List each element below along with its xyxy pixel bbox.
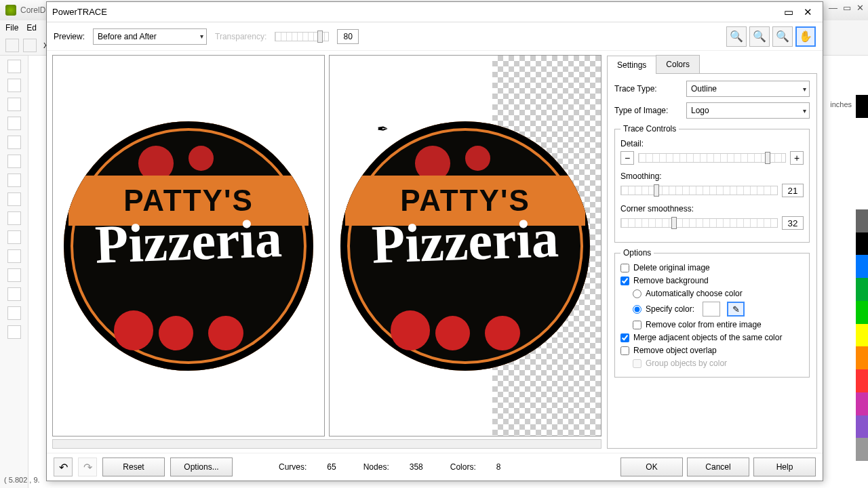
preview-dropdown[interactable]: Before and After	[93, 28, 207, 45]
specify-color-radio[interactable]	[633, 305, 642, 314]
zoom-fit-button[interactable]: 🔍	[772, 26, 793, 47]
trace-type-dropdown[interactable]: Outline	[686, 81, 810, 97]
palette-swatch[interactable]	[856, 163, 868, 186]
palette-swatch[interactable]	[856, 209, 868, 232]
bg-maximize-icon[interactable]: ▭	[843, 3, 851, 13]
palette-swatch[interactable]	[856, 232, 868, 256]
pick-tool-icon[interactable]	[7, 60, 21, 73]
detail-plus-button[interactable]: +	[790, 151, 804, 165]
group-by-color-checkbox	[633, 359, 642, 368]
bg-close-icon[interactable]: ✕	[856, 3, 864, 13]
open-icon[interactable]	[23, 39, 37, 52]
specify-color-well[interactable]	[703, 302, 720, 317]
preview-scrollbar[interactable]	[52, 439, 601, 449]
palette-swatch[interactable]	[856, 95, 868, 118]
corner-slider[interactable]	[620, 218, 778, 228]
checker-tool-icon[interactable]	[7, 287, 21, 301]
dialog-footer: ↶ ↷ Reset Options... Curves:65 Nodes:358…	[47, 453, 823, 481]
palette-swatch[interactable]	[856, 255, 868, 278]
merge-adjacent-checkbox[interactable]	[620, 333, 629, 342]
options-group: Options Delete original image Remove bac…	[614, 248, 810, 378]
eyedrop-tool-icon[interactable]	[7, 306, 21, 320]
new-icon[interactable]	[5, 39, 19, 52]
powertrace-dialog: PowerTRACE ▭ ✕ Preview: Before and After…	[46, 1, 823, 481]
preview-after-pane[interactable]: ✒ PATTY'S Pizzeria	[329, 55, 601, 436]
line-tool-icon[interactable]	[7, 230, 21, 244]
colors-value: 8	[496, 462, 501, 472]
ellipse-tool-icon[interactable]	[7, 174, 21, 187]
preview-before-pane[interactable]: PATTY'S Pizzeria	[52, 55, 325, 436]
palette-swatch[interactable]	[856, 301, 868, 324]
plus-tool-icon[interactable]	[7, 325, 21, 339]
nodes-value: 358	[410, 462, 423, 472]
trace-type-label: Trace Type:	[614, 84, 682, 94]
rectangle-tool-icon[interactable]	[7, 155, 21, 168]
palette-swatch[interactable]	[856, 324, 868, 347]
dialog-title: PowerTRACE	[52, 7, 107, 17]
polygon-tool-icon[interactable]	[7, 192, 21, 206]
zoom-out-button[interactable]: 🔍	[749, 26, 770, 47]
palette-swatch[interactable]	[856, 438, 868, 461]
palette-swatch[interactable]	[856, 415, 868, 439]
coreldraw-icon	[5, 5, 16, 16]
undo-button[interactable]: ↶	[54, 458, 73, 476]
dialog-titlebar[interactable]: PowerTRACE ▭ ✕	[47, 2, 823, 22]
palette-swatch[interactable]	[856, 369, 868, 392]
logo-after: PATTY'S Pizzeria	[340, 121, 590, 371]
palette-swatch[interactable]	[856, 141, 868, 164]
detail-slider[interactable]	[638, 153, 786, 163]
ok-button[interactable]: OK	[620, 458, 683, 476]
bg-toolbox[interactable]	[0, 56, 28, 488]
auto-color-radio[interactable]	[633, 289, 642, 298]
cancel-button[interactable]: Cancel	[687, 458, 749, 476]
reset-button[interactable]: Reset	[102, 458, 165, 476]
dialog-close-button[interactable]: ✕	[798, 5, 817, 20]
smoothing-slider[interactable]	[620, 186, 778, 195]
bg-minimize-icon[interactable]: —	[829, 3, 837, 13]
zoom-in-button[interactable]: 🔍	[726, 26, 747, 47]
transparency-slider[interactable]	[275, 32, 329, 41]
transparency-label: Transparency:	[215, 32, 267, 41]
transparency-input[interactable]	[337, 29, 359, 44]
corner-input[interactable]	[782, 216, 804, 230]
detail-minus-button[interactable]: −	[620, 151, 634, 165]
remove-background-checkbox[interactable]	[620, 277, 629, 285]
zoom-tool-icon[interactable]	[7, 117, 21, 130]
redo-button: ↷	[78, 458, 97, 476]
eyedropper-button[interactable]: ✎	[727, 302, 745, 317]
corner-label: Corner smoothness:	[620, 204, 804, 214]
crop-tool-icon[interactable]	[7, 98, 21, 111]
tab-colors[interactable]: Colors	[656, 55, 700, 73]
pan-button[interactable]: ✋	[795, 26, 816, 47]
palette-swatch[interactable]	[856, 278, 868, 301]
tab-settings[interactable]: Settings	[607, 56, 656, 74]
color-palette[interactable]	[856, 95, 868, 461]
detail-label: Detail:	[620, 139, 804, 148]
shape-tool-icon[interactable]	[7, 79, 21, 92]
effect-tool-icon[interactable]	[7, 268, 21, 282]
menu-file[interactable]: File	[5, 23, 18, 33]
freehand-tool-icon[interactable]	[7, 136, 21, 149]
delete-original-checkbox[interactable]	[620, 264, 629, 272]
palette-swatch[interactable]	[856, 186, 868, 209]
palette-swatch[interactable]	[856, 118, 868, 141]
trace-controls-group: Trace Controls Detail: − + Smoothing:	[614, 124, 810, 243]
help-button[interactable]: Help	[753, 458, 816, 476]
palette-swatch[interactable]	[856, 346, 868, 369]
curves-label: Curves:	[279, 462, 307, 472]
remove-entire-checkbox[interactable]	[633, 321, 642, 329]
status-coordinates: ( 5.802 , 9.	[4, 476, 40, 484]
smoothing-input[interactable]	[782, 184, 804, 197]
side-panel: Settings Colors Trace Type: Outline Type…	[607, 55, 817, 449]
preview-label: Preview:	[54, 32, 85, 41]
image-type-dropdown[interactable]: Logo	[686, 102, 810, 119]
palette-swatch[interactable]	[856, 392, 868, 415]
menu-edit[interactable]: Ed	[26, 23, 37, 33]
connector-tool-icon[interactable]	[7, 249, 21, 263]
remove-overlap-checkbox[interactable]	[620, 346, 629, 355]
eyedropper-cursor-icon: ✒	[377, 121, 389, 137]
units-label: inches	[830, 100, 852, 108]
options-button[interactable]: Options...	[170, 458, 233, 476]
dialog-maximize-button[interactable]: ▭	[779, 5, 798, 20]
text-tool-icon[interactable]	[7, 211, 21, 225]
